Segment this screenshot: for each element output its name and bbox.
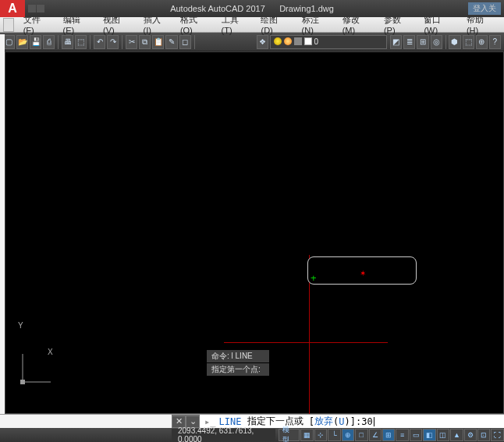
layer-freeze-icon [284,37,292,45]
sc-toggle[interactable]: ◫ [437,429,449,441]
layer-color-icon [304,37,312,45]
tb-e[interactable]: ⬢ [449,35,460,49]
separator [445,35,446,49]
command-history: 命令: l LINE 指定第一个点: [207,349,269,376]
tb-h[interactable]: ? [489,35,501,49]
cmd-keyword: LINE [218,416,241,427]
tb-c[interactable]: ⊞ [417,35,428,49]
tb-g[interactable]: ⊕ [476,35,488,49]
snap-toggle[interactable]: ⊹ [314,429,327,441]
cmd-option-label[interactable]: 放弃 [314,415,333,428]
layer-on-icon [274,37,282,45]
coordinates[interactable]: 2093.4492, 631.7613, 0.0000 [172,429,275,441]
copy-button[interactable]: ⧉ [139,35,151,49]
model-button[interactable]: 模型 [279,429,300,441]
plot-button[interactable]: 🖶 [62,35,73,49]
ucs-icon: Y X [20,351,59,391]
qp-toggle[interactable]: ◧ [423,429,435,441]
match-button[interactable]: ✎ [165,35,177,49]
block-button[interactable]: ◻ [179,35,191,49]
layer-name: 0 [314,37,319,46]
dyn-toggle[interactable]: ⊞ [382,429,395,441]
endpoint-marker-icon: + [311,273,317,283]
separator [58,35,59,49]
paste-button[interactable]: 📋 [152,35,164,49]
menu-bar: 文件(F) 编辑(E) 视图(V) 插入(I) 格式(O) 工具(T) 绘图(D… [0,17,504,33]
layer-dropdown[interactable]: 0 [270,35,387,49]
prompt-icon: ▸_ [204,416,215,427]
last-point-icon: ✶ [360,269,366,278]
tb-d[interactable]: ◎ [431,35,442,49]
preview-button[interactable]: ⬚ [75,35,87,49]
layer-prop-button[interactable]: ❖ [257,35,268,49]
cmd-option-key: U [339,416,344,427]
undo-button[interactable]: ↶ [94,35,105,49]
cmd-history-line: 指定第一个点: [207,363,269,376]
tb-a[interactable]: ◩ [390,35,402,49]
tb-b[interactable]: ≣ [403,35,415,49]
separator [122,35,122,49]
trans-toggle[interactable]: ▭ [410,429,422,441]
app-logo[interactable]: A [0,0,25,17]
full-toggle[interactable]: ⛶ [491,429,503,441]
cut-button[interactable]: ✂ [126,35,137,49]
polar-toggle[interactable]: ⊕ [342,429,354,441]
otrack-toggle[interactable]: ∠ [369,429,382,441]
window-title: Autodesk AutoCAD 2017 Drawing1.dwg [0,4,504,13]
saveas-button[interactable]: ⎙ [43,35,55,49]
tb-f[interactable]: ⬚ [463,35,474,49]
new-button[interactable]: ▢ [3,35,15,49]
open-button[interactable]: 📂 [16,35,28,49]
qat-dropdowns[interactable] [28,5,44,12]
drawing-canvas[interactable]: + ✶ Y X 命令: l LINE 指定第一个点: [5,51,504,414]
title-bar: A Autodesk AutoCAD 2017 Drawing1.dwg 登入关 [0,0,504,17]
ucs-x-label: X [48,348,53,356]
app-name: Autodesk AutoCAD 2017 [170,4,265,13]
ws-toggle[interactable]: ⚙ [464,429,477,441]
ucs-y-label: Y [18,321,23,330]
lwt-toggle[interactable]: ≡ [396,429,408,441]
doc-name: Drawing1.dwg [279,4,334,13]
osnap-toggle[interactable]: □ [355,429,367,441]
svg-rect-2 [20,380,25,384]
status-bar: 2093.4492, 631.7613, 0.0000 模型 ▦ ⊹ └ ⊕ □… [0,428,504,442]
cmd-suffix: : [356,416,361,427]
separator [90,35,91,49]
cmd-value: 30 [361,416,372,427]
crosshair-horizontal [224,342,388,343]
ann-toggle[interactable]: ▲ [450,429,463,441]
redo-button[interactable]: ↷ [107,35,119,49]
text-cursor [374,417,374,426]
login-button[interactable]: 登入关 [468,2,501,15]
separator [194,35,195,49]
save-button[interactable]: 💾 [30,35,41,49]
am-toggle[interactable]: ⊡ [477,429,490,441]
side-tab[interactable] [3,18,14,32]
cmd-history-line: 命令: l LINE [207,350,269,362]
grid-toggle[interactable]: ▦ [300,429,313,441]
layer-lock-icon [294,37,302,45]
ortho-toggle[interactable]: └ [328,429,340,441]
